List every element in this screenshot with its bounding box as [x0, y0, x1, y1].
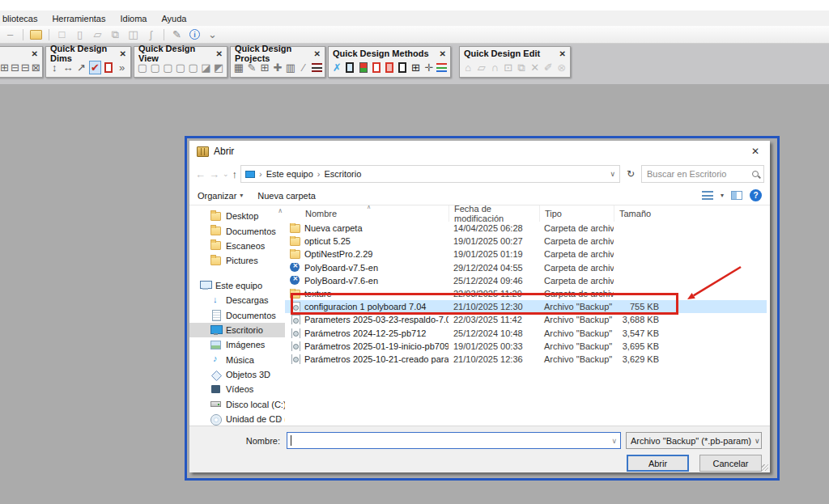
- sidebar-scroll-up-icon[interactable]: ∧: [278, 207, 283, 214]
- cube-view-icon-button[interactable]: ▢: [162, 61, 173, 74]
- menu-item-idioma[interactable]: Idioma: [113, 12, 154, 25]
- sidebar-item-v-deos[interactable]: Vídeos: [189, 382, 285, 396]
- cube-view-shaded-icon-button[interactable]: ◩: [213, 61, 224, 74]
- box-icon[interactable]: ◫: [126, 28, 140, 41]
- sidebar-item-im-genes[interactable]: Imágenes: [189, 337, 285, 352]
- cube-icon[interactable]: □: [55, 28, 69, 41]
- cube-view-icon-button[interactable]: ▢: [188, 61, 199, 74]
- resize-grip[interactable]: [762, 464, 768, 471]
- file-row[interactable]: Nueva carpeta14/04/2025 06:28Carpeta de …: [285, 222, 767, 235]
- history-chevron-icon[interactable]: ⌄: [223, 170, 229, 178]
- close-icon[interactable]: ✕: [210, 49, 223, 58]
- table-icon-button[interactable]: ⊞: [259, 61, 270, 74]
- close-icon[interactable]: ✕: [25, 49, 38, 58]
- file-name-dropdown-icon[interactable]: ∨: [611, 437, 617, 445]
- search-input[interactable]: [647, 169, 749, 179]
- sidebar-item-escritorio[interactable]: Escritorio: [189, 323, 285, 337]
- file-row[interactable]: OptiNestPro.2.2919/01/2025 01:19Carpeta …: [285, 248, 767, 260]
- sidebar-item-escaneos[interactable]: Escaneos: [189, 239, 285, 253]
- organize-button[interactable]: Organizar ▾: [198, 191, 243, 201]
- dialog-titlebar[interactable]: Abrir ✕: [189, 141, 770, 162]
- panel-header[interactable]: Quick Design Edit✕: [460, 47, 570, 59]
- breadcrumb-segment[interactable]: Escritorio: [325, 169, 362, 179]
- sidebar-item-documentos[interactable]: Documentos: [189, 223, 285, 238]
- sidebar-item-este-equipo[interactable]: Este equipo: [189, 278, 285, 293]
- panel-header[interactable]: Quick Design Dims✕: [46, 47, 130, 59]
- parallelogram-icon[interactable]: ▱: [91, 28, 104, 41]
- dim-arrow-icon-button[interactable]: »: [116, 61, 128, 74]
- sidebar-item-objetos-3d[interactable]: Objetos 3D: [189, 367, 285, 382]
- file-row[interactable]: Parámetros 2024-12-25-pb71225/12/2024 10…: [285, 327, 767, 340]
- sidebar-item-documentos[interactable]: Documentos: [189, 307, 285, 322]
- diagonal-dim-icon-button[interactable]: ↗: [75, 61, 87, 74]
- column-header-tipo[interactable]: Tipo: [539, 205, 614, 222]
- dim-check-icon-button[interactable]: ✔: [89, 61, 101, 74]
- cancel-button[interactable]: Cancelar: [699, 455, 762, 472]
- file-row[interactable]: configuracion 1 polyboard 7.0421/10/2025…: [285, 300, 767, 313]
- shape-arch-icon-button[interactable]: ⌂: [462, 61, 474, 74]
- partial-left-icon[interactable]: –: [3, 28, 17, 41]
- panel-header[interactable]: ✕: [0, 47, 42, 59]
- cabinet-rows-icon-button[interactable]: ⊟: [21, 61, 30, 74]
- sheets-icon[interactable]: ⧉: [108, 28, 122, 41]
- shape-trapezoid-icon-button[interactable]: ∩: [489, 61, 501, 74]
- close-icon[interactable]: ✕: [113, 49, 126, 58]
- menu-item-ayuda[interactable]: Ayuda: [154, 12, 193, 25]
- panel-dark-icon-button[interactable]: [397, 61, 408, 74]
- panel-red-icon-button[interactable]: [371, 61, 382, 74]
- cylinder-icon[interactable]: ▯: [73, 28, 87, 41]
- breadcrumb-segment[interactable]: Este equipo: [266, 169, 313, 179]
- file-row[interactable]: PolyBoard-v7.6-en25/12/2024 09:46Carpeta…: [285, 274, 767, 287]
- info-icon[interactable]: i: [188, 28, 202, 41]
- pen-icon[interactable]: ✎: [170, 28, 184, 41]
- panel-plus-icon-button[interactable]: ⊞: [410, 61, 421, 74]
- file-type-select[interactable]: Archivo "Backup" (*.pb-param) ∨: [626, 432, 762, 449]
- cube-view-icon-button[interactable]: ▢: [175, 61, 186, 74]
- close-icon[interactable]: ✕: [748, 146, 763, 157]
- file-row[interactable]: PolyBoard-v7.5-en29/12/2024 04:55Carpeta…: [285, 261, 767, 274]
- layers-icon-button[interactable]: [311, 61, 322, 74]
- panel-red-pattern-icon-button[interactable]: [384, 61, 395, 74]
- sidebar-item-unidad-de-cd-d[interactable]: Unidad de CD (D: [189, 412, 285, 426]
- column-header-nombre[interactable]: Nombre∧: [285, 205, 449, 222]
- vertical-dim-icon-button[interactable]: ↕: [49, 61, 61, 74]
- draw-icon-button[interactable]: ✎: [246, 61, 257, 74]
- file-row[interactable]: Parameters 2025-03-23-respaldo-7.0922/03…: [285, 313, 767, 326]
- close-icon[interactable]: ✕: [553, 49, 566, 58]
- shape-corner-icon-button[interactable]: ▱: [476, 61, 488, 74]
- copy-panels-icon-button[interactable]: ⧉: [516, 61, 528, 74]
- tools-icon-button[interactable]: ✗: [331, 61, 342, 74]
- disabled-icon-button[interactable]: ⊗: [556, 61, 568, 74]
- sidebar-scroll-down-icon[interactable]: ∨: [278, 417, 283, 424]
- panel-red-green-icon-button[interactable]: [357, 61, 368, 74]
- help-icon[interactable]: ?: [750, 189, 762, 201]
- slash-icon-button[interactable]: ∕: [298, 61, 309, 74]
- open-icon[interactable]: [29, 28, 43, 41]
- view-mode-chevron-icon[interactable]: ▾: [721, 192, 724, 199]
- toolbar-overflow-icon[interactable]: ⌄: [206, 28, 219, 41]
- panel-blue-icon-button[interactable]: [344, 61, 355, 74]
- back-icon[interactable]: ←: [195, 169, 206, 180]
- sidebar-item-desktop[interactable]: Desktop: [189, 209, 285, 223]
- cabinets-icon-button[interactable]: ▥: [285, 61, 296, 74]
- preview-pane-icon[interactable]: [731, 191, 742, 200]
- cube-view-shaded-icon-button[interactable]: ◪: [201, 61, 212, 74]
- cube-view-icon-button[interactable]: ▢: [150, 61, 161, 74]
- horizontal-dim-icon-button[interactable]: ↔: [62, 61, 74, 74]
- close-icon[interactable]: ✕: [308, 49, 321, 58]
- sidebar-item-descargas[interactable]: Descargas: [189, 293, 285, 307]
- clamp-icon-button[interactable]: ✛: [423, 61, 435, 74]
- file-row[interactable]: Parámetros 2025-01-19-inicio-pb709a19/01…: [285, 340, 767, 353]
- panel-header[interactable]: Quick Design Methods✕: [329, 47, 450, 59]
- menu-item-herramientas[interactable]: Herramientas: [45, 12, 113, 25]
- up-icon[interactable]: ↑: [232, 169, 238, 180]
- search-box[interactable]: [641, 165, 764, 183]
- sidebar-item-pictures[interactable]: Pictures: [189, 253, 285, 268]
- column-header-fecha-de-modificaci-n[interactable]: Fecha de modificación: [449, 205, 539, 222]
- spline-icon[interactable]: ʃ: [144, 28, 158, 41]
- file-row[interactable]: texture22/03/2025 11:29Carpeta de archiv…: [285, 287, 767, 300]
- open-button[interactable]: Abrir: [627, 455, 689, 472]
- brush-icon-button[interactable]: ✐: [542, 61, 555, 74]
- add-icon-button[interactable]: ✚: [272, 61, 283, 74]
- cut-icon-button[interactable]: ✕: [529, 61, 542, 74]
